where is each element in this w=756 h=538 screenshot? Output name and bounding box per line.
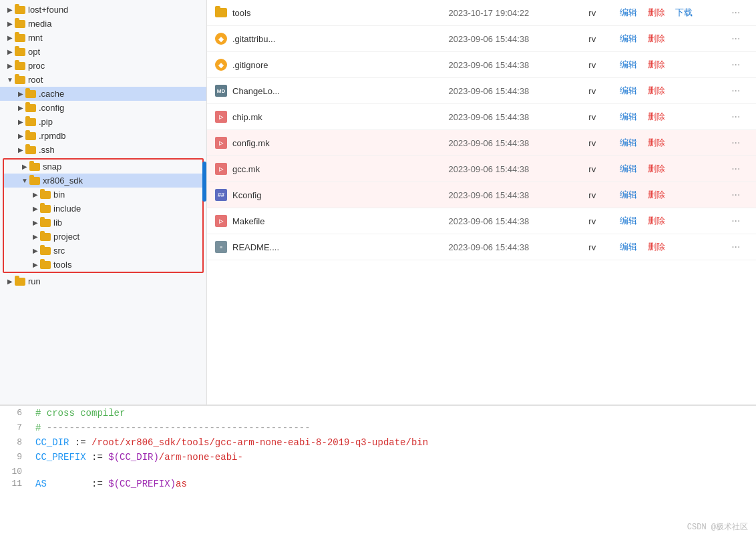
sidebar-item-project[interactable]: ▶ project (4, 230, 202, 244)
folder-icon (15, 6, 25, 14)
file-table: tools 2023-10-17 19:04:22 rv 编辑 删除 下载 ··… (207, 0, 756, 260)
code-comment: # cross compiler (35, 408, 125, 419)
more-button[interactable]: ··· (729, 214, 743, 228)
sidebar-item-include[interactable]: ▶ include (4, 202, 202, 216)
more-button[interactable]: ··· (729, 162, 743, 176)
sidebar-item-ssh[interactable]: ▶ .ssh (0, 143, 206, 157)
tree-arrow: ▶ (16, 118, 25, 125)
file-name-cell: ▷ config.mk (207, 130, 441, 156)
file-name-cell: MD ChangeLo... (207, 78, 441, 104)
delete-button[interactable]: 删除 (644, 136, 669, 149)
sidebar-item-root[interactable]: ▼ root (0, 73, 206, 87)
delete-button[interactable]: 删除 (644, 58, 669, 71)
sidebar-item-cache[interactable]: ▶ .cache (0, 87, 206, 101)
file-actions: 编辑 删除 (608, 130, 721, 156)
tree-label: tools (53, 260, 71, 270)
tree-label: project (53, 232, 79, 242)
more-actions[interactable]: ··· (721, 52, 756, 78)
edit-button[interactable]: 编辑 (616, 6, 641, 19)
sidebar-item-opt[interactable]: ▶ opt (0, 45, 206, 59)
edit-button[interactable]: 编辑 (616, 110, 641, 123)
git-icon: ◆ (215, 59, 227, 71)
file-name-cell: ## Kconfig (207, 182, 441, 208)
edit-button[interactable]: 编辑 (616, 84, 641, 97)
file-name: README.... (232, 242, 279, 252)
file-actions: 编辑 删除 (608, 104, 721, 130)
more-actions[interactable]: ··· (721, 156, 756, 182)
delete-button[interactable]: 删除 (644, 6, 669, 19)
sidebar-item-rpmdb[interactable]: ▶ .rpmdb (0, 129, 206, 143)
sidebar-item-pip[interactable]: ▶ .pip (0, 115, 206, 129)
delete-button[interactable]: 删除 (644, 162, 669, 175)
sidebar-item-src[interactable]: ▶ src (4, 244, 202, 258)
sidebar-item-xr806_sdk[interactable]: ▼ xr806_sdk (4, 174, 202, 188)
tree-arrow: ▶ (5, 20, 15, 27)
table-row: ▷ gcc.mk 2023-09-06 15:44:38 rv 编辑 删除 ··… (207, 156, 756, 182)
tree-label: snap (43, 162, 61, 172)
more-button[interactable]: ··· (729, 57, 743, 71)
tree-label: mnt (28, 33, 43, 43)
more-button[interactable]: ··· (729, 5, 743, 19)
delete-button[interactable]: 删除 (644, 214, 669, 227)
watermark: CSDN @极术社区 (687, 521, 748, 533)
sidebar-item-config[interactable]: ▶ .config (0, 101, 206, 115)
file-date: 2023-09-06 15:44:38 (441, 26, 581, 52)
more-actions[interactable]: ··· (721, 26, 756, 52)
tree-arrow: ▶ (31, 219, 40, 226)
more-button[interactable]: ··· (729, 240, 743, 254)
tree-arrow: ▶ (5, 6, 15, 13)
folder-icon (25, 90, 36, 98)
sidebar-item-snap[interactable]: ▶ snap (4, 160, 202, 174)
sidebar-item-run[interactable]: ▶ run (0, 274, 206, 288)
sidebar-item-media[interactable]: ▶ media (0, 17, 206, 31)
more-button[interactable]: ··· (729, 83, 743, 97)
sidebar-item-mnt[interactable]: ▶ mnt (0, 31, 206, 45)
edit-button[interactable]: 编辑 (616, 188, 641, 201)
delete-button[interactable]: 删除 (644, 32, 669, 45)
edit-button[interactable]: 编辑 (616, 162, 641, 175)
folder-icon (40, 247, 51, 255)
file-actions: 编辑 删除 (608, 78, 721, 104)
download-button[interactable]: 下载 (671, 6, 697, 19)
delete-button[interactable]: 删除 (644, 240, 669, 253)
more-button[interactable]: ··· (729, 136, 743, 150)
git-icon: ◆ (215, 33, 227, 45)
file-size: rv (580, 104, 608, 130)
table-row: tools 2023-10-17 19:04:22 rv 编辑 删除 下载 ··… (207, 0, 756, 26)
more-button[interactable]: ··· (729, 188, 743, 202)
edit-button[interactable]: 编辑 (616, 58, 641, 71)
sidebar-item-proc[interactable]: ▶ proc (0, 59, 206, 73)
edit-button[interactable]: 编辑 (616, 32, 641, 45)
more-actions[interactable]: ··· (721, 104, 756, 130)
folder-icon (40, 205, 51, 213)
more-actions[interactable]: ··· (721, 182, 756, 208)
code-line: 11 AS := $(CC_PREFIX)as (0, 477, 756, 491)
file-date: 2023-09-06 15:44:38 (441, 78, 581, 104)
edit-button[interactable]: 编辑 (616, 136, 641, 149)
line-number: 10 (0, 465, 30, 477)
file-size: rv (580, 78, 608, 104)
sidebar-item-tools-sub[interactable]: ▶ tools (4, 258, 202, 272)
line-content: # --------------------------------------… (30, 421, 756, 435)
more-actions[interactable]: ··· (721, 234, 756, 260)
more-button[interactable]: ··· (729, 109, 743, 123)
sidebar-item-lost-found[interactable]: ▶ lost+found (0, 3, 206, 17)
delete-button[interactable]: 删除 (644, 188, 669, 201)
more-actions[interactable]: ··· (721, 208, 756, 234)
delete-button[interactable]: 删除 (644, 110, 669, 123)
more-actions[interactable]: ··· (721, 130, 756, 156)
line-content: AS := $(CC_PREFIX)as (30, 477, 756, 491)
edit-button[interactable]: 编辑 (616, 214, 641, 227)
edit-button[interactable]: 编辑 (616, 240, 641, 253)
delete-button[interactable]: 删除 (644, 84, 669, 97)
mk-icon: ▷ (215, 111, 227, 123)
tree-label: media (28, 19, 51, 29)
sidebar-item-bin[interactable]: ▶ bin (4, 188, 202, 202)
more-actions[interactable]: ··· (721, 78, 756, 104)
sidebar-item-lib[interactable]: ▶ lib (4, 216, 202, 230)
more-actions[interactable]: ··· (721, 0, 756, 26)
readme-icon: ≡ (215, 241, 227, 253)
more-button[interactable]: ··· (729, 31, 743, 45)
tree-arrow: ▼ (20, 177, 29, 184)
file-date: 2023-09-06 15:44:38 (441, 156, 581, 182)
